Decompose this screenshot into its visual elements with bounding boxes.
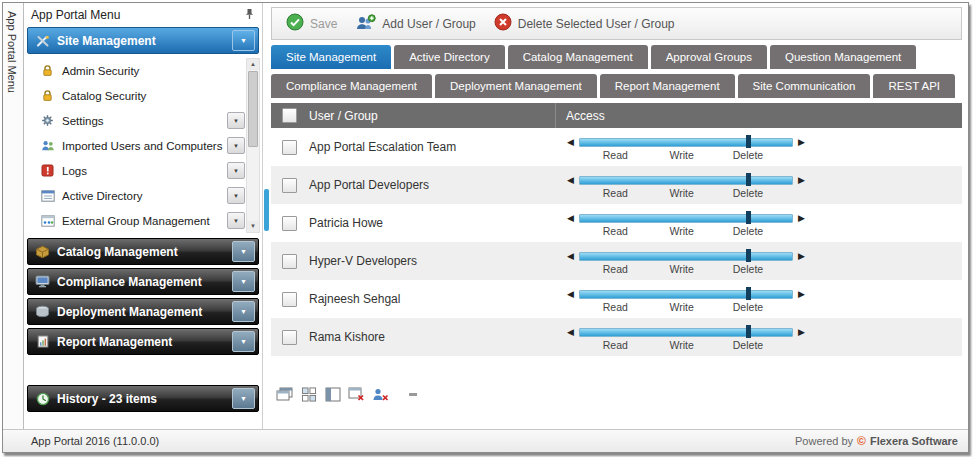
chevron-down-icon[interactable]: ▼ <box>227 212 245 229</box>
sidebar-scrollbar[interactable]: ▲ ▼ <box>246 58 260 233</box>
access-slider[interactable]: Read Write Delete <box>579 135 793 163</box>
slider-right-arrow-icon[interactable]: ▶ <box>796 212 807 225</box>
tab-label: Compliance Management <box>286 80 417 92</box>
sidebar-item-admin-security[interactable]: Admin Security <box>24 58 262 83</box>
tab-compliance-management[interactable]: Compliance Management <box>271 74 432 98</box>
slider-left-arrow-icon[interactable]: ◀ <box>565 212 576 225</box>
report-icon <box>34 335 51 348</box>
select-all-checkbox[interactable] <box>282 108 297 123</box>
close-window-icon[interactable] <box>347 386 366 403</box>
sidebar-title: App Portal Menu <box>31 8 120 22</box>
tab-label: Question Management <box>785 51 901 63</box>
row-checkbox[interactable] <box>282 178 297 193</box>
chevron-down-icon[interactable]: ▼ <box>227 112 245 129</box>
tab-label: Site Communication <box>753 80 856 92</box>
slider-handle[interactable] <box>746 249 751 262</box>
row-checkbox[interactable] <box>282 216 297 231</box>
tab-deployment-management[interactable]: Deployment Management <box>435 74 597 98</box>
row-checkbox[interactable] <box>282 254 297 269</box>
slider-track[interactable] <box>579 138 793 147</box>
slider-right-arrow-icon[interactable]: ▶ <box>796 136 807 149</box>
sidebar-item-imported-users-and-computers[interactable]: Imported Users and Computers ▼ <box>24 133 262 158</box>
toolbar: Save Add User / Group Delete Selected Us… <box>271 7 962 40</box>
chevron-down-icon[interactable]: ▼ <box>232 331 255 352</box>
slider-left-arrow-icon[interactable]: ◀ <box>565 288 576 301</box>
slider-track[interactable] <box>579 252 793 261</box>
preview-pane-icon[interactable] <box>323 386 342 403</box>
add-user-icon <box>355 14 376 34</box>
chevron-down-icon[interactable]: ▼ <box>227 187 245 204</box>
slider-track[interactable] <box>579 290 793 299</box>
delete-selected-button[interactable]: Delete Selected User / Group <box>490 13 679 34</box>
slider-left-arrow-icon[interactable]: ◀ <box>565 250 576 263</box>
row-checkbox[interactable] <box>282 292 297 307</box>
table-row: Rama Kishore ◀ Read Write Delete <box>271 318 962 356</box>
access-slider[interactable]: Read Write Delete <box>579 173 793 201</box>
app-window: App Portal Menu App Portal Menu Site Man… <box>2 2 969 453</box>
chevron-down-icon[interactable]: ▼ <box>232 30 255 51</box>
slider-handle[interactable] <box>746 135 751 148</box>
chevron-down-icon[interactable]: ▼ <box>232 241 255 262</box>
row-checkbox[interactable] <box>282 140 297 155</box>
scroll-down-icon[interactable]: ▼ <box>247 221 259 232</box>
scroll-up-icon[interactable]: ▲ <box>247 59 259 70</box>
powered-by: Powered by © Flexera Software <box>795 434 958 448</box>
tab-site-management[interactable]: Site Management <box>271 45 391 69</box>
chevron-down-icon[interactable]: ▼ <box>232 271 255 292</box>
tab-catalog-management[interactable]: Catalog Management <box>508 45 648 69</box>
access-slider[interactable]: Read Write Delete <box>579 211 793 239</box>
sidebar-section-deployment-management[interactable]: Deployment Management ▼ <box>27 298 259 325</box>
tab-approval-groups[interactable]: Approval Groups <box>651 45 767 69</box>
slider-right-arrow-icon[interactable]: ▶ <box>796 288 807 301</box>
access-slider[interactable]: Read Write Delete <box>579 249 793 277</box>
slider-track[interactable] <box>579 214 793 223</box>
tab-site-communication[interactable]: Site Communication <box>738 74 871 98</box>
slider-handle[interactable] <box>746 287 751 300</box>
tab-active-directory[interactable]: Active Directory <box>394 45 505 69</box>
slider-handle[interactable] <box>746 211 751 224</box>
sidebar-section-report-management[interactable]: Report Management ▼ <box>27 328 259 355</box>
slider-label-delete: Delete <box>733 149 763 161</box>
sidebar-item-settings[interactable]: Settings ▼ <box>24 108 262 133</box>
row-checkbox[interactable] <box>282 330 297 345</box>
pin-icon[interactable] <box>244 8 255 23</box>
slider-handle[interactable] <box>746 173 751 186</box>
sidebar-bottom-pad <box>24 413 262 429</box>
slider-right-arrow-icon[interactable]: ▶ <box>796 174 807 187</box>
tab-report-management[interactable]: Report Management <box>600 74 735 98</box>
remove-user-icon[interactable] <box>371 386 390 403</box>
sidebar-section-compliance-management[interactable]: Compliance Management ▼ <box>27 268 259 295</box>
site-management-sublist: Admin Security Catalog Security Settings… <box>24 55 262 236</box>
slider-left-arrow-icon[interactable]: ◀ <box>565 326 576 339</box>
content-scrollbar[interactable] <box>263 3 271 429</box>
tab-rest-api[interactable]: REST API <box>873 74 955 98</box>
slider-handle[interactable] <box>746 325 751 338</box>
slider-left-arrow-icon[interactable]: ◀ <box>565 136 576 149</box>
save-button[interactable]: Save <box>282 13 341 34</box>
slider-left-arrow-icon[interactable]: ◀ <box>565 174 576 187</box>
tile-view-icon[interactable] <box>299 386 318 403</box>
slider-right-arrow-icon[interactable]: ▶ <box>796 326 807 339</box>
cascade-windows-icon[interactable] <box>275 386 294 403</box>
sidebar-item-logs[interactable]: Logs ▼ <box>24 158 262 183</box>
sidebar-item-active-directory[interactable]: Active Directory ▼ <box>24 183 262 208</box>
scrollbar-thumb[interactable] <box>264 189 269 231</box>
docked-tab-app-portal-menu[interactable]: App Portal Menu <box>3 3 24 429</box>
scrollbar-thumb[interactable] <box>248 71 258 147</box>
sidebar-item-catalog-security[interactable]: Catalog Security <box>24 83 262 108</box>
sidebar-section-site-management[interactable]: Site Management ▼ <box>27 27 259 54</box>
chevron-down-icon[interactable]: ▼ <box>232 388 255 409</box>
chevron-down-icon[interactable]: ▼ <box>232 301 255 322</box>
add-user-group-button[interactable]: Add User / Group <box>351 14 479 34</box>
chevron-down-icon[interactable]: ▼ <box>227 162 245 179</box>
tab-question-management[interactable]: Question Management <box>770 45 916 69</box>
slider-track[interactable] <box>579 176 793 185</box>
sidebar-section-catalog-management[interactable]: Catalog Management ▼ <box>27 238 259 265</box>
slider-right-arrow-icon[interactable]: ▶ <box>796 250 807 263</box>
chevron-down-icon[interactable]: ▼ <box>227 137 245 154</box>
slider-track[interactable] <box>579 328 793 337</box>
access-slider[interactable]: Read Write Delete <box>579 325 793 353</box>
sidebar-item-external-group-management[interactable]: External Group Management ▼ <box>24 208 262 233</box>
sidebar-section-history[interactable]: History - 23 items ▼ <box>27 385 259 412</box>
access-slider[interactable]: Read Write Delete <box>579 287 793 315</box>
